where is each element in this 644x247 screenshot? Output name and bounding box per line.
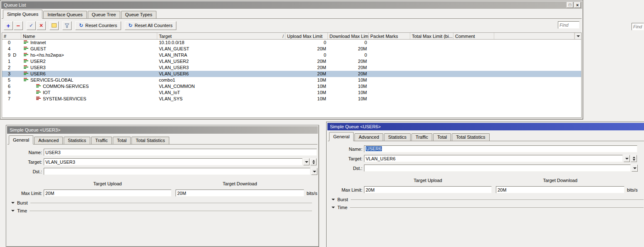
reset-counters-button[interactable]: ↻ Reset Counters <box>75 21 121 30</box>
section-arrow-icon <box>332 207 335 208</box>
column-select-button[interactable] <box>575 33 581 39</box>
max-limit-upload-field[interactable] <box>364 186 492 193</box>
simple-queue-icon <box>36 90 41 95</box>
table-row[interactable]: 4 GUEST VLAN_GUEST 20M 20M <box>2 46 581 52</box>
queue-list-titlebar[interactable]: Queue List □ × <box>1 1 582 9</box>
remove-button[interactable]: − <box>14 21 23 30</box>
tab-total[interactable]: Total <box>433 133 451 141</box>
column-header-download[interactable]: Download Max Limit <box>328 33 369 39</box>
chevron-down-icon <box>313 171 316 172</box>
dst-dropdown-button[interactable] <box>632 165 638 172</box>
tab-general[interactable]: General <box>329 132 354 141</box>
table-row[interactable]: 7 SYSTEM-SERVICES VLAN_SYS 10M 10M <box>2 96 581 102</box>
reset-all-counters-button[interactable]: ↻ Reset All Counters <box>125 21 176 30</box>
tab-total[interactable]: Total <box>113 137 131 144</box>
name-field[interactable] <box>44 149 317 156</box>
tab-general[interactable]: General <box>9 135 33 145</box>
tab-statistics[interactable]: Statistics <box>384 133 411 141</box>
section-divider <box>351 200 644 200</box>
time-section-toggle[interactable]: Time <box>11 208 312 213</box>
enable-icon: ✓ <box>29 23 33 28</box>
maximize-button[interactable]: □ <box>567 2 573 8</box>
max-limit-download-field[interactable] <box>176 190 304 197</box>
reset-counters-icon: ↻ <box>79 23 83 28</box>
target-field[interactable] <box>44 158 302 165</box>
dialog-tabbar: General Advanced Statistics Traffic Tota… <box>328 132 644 141</box>
column-header-comment[interactable]: Comment <box>453 33 494 39</box>
tab-advanced[interactable]: Advanced <box>34 137 63 144</box>
name-field[interactable]: USER6 <box>364 145 637 152</box>
max-limit-label: Max Limit: <box>327 187 362 192</box>
section-divider <box>30 211 312 212</box>
dst-field[interactable] <box>44 168 310 175</box>
units-label: bits/s <box>307 191 317 196</box>
dst-dropdown-button[interactable] <box>311 168 317 175</box>
sort-ascending-icon: / <box>282 34 284 39</box>
dialog-titlebar[interactable]: Simple Queue <USER3> <box>7 126 318 134</box>
column-header-packet-marks[interactable]: Packet Marks <box>369 33 410 39</box>
tab-simple-queues[interactable]: Simple Queues <box>3 10 42 19</box>
column-header-target[interactable]: Target/ <box>157 33 285 39</box>
tab-queue-types[interactable]: Queue Types <box>121 11 156 18</box>
target-field[interactable] <box>364 155 623 162</box>
tab-statistics[interactable]: Statistics <box>64 137 90 144</box>
column-header-total-max-limit[interactable]: Total Max Limit (bi... <box>410 33 453 39</box>
tab-queue-tree[interactable]: Queue Tree <box>88 11 120 18</box>
time-label: Time <box>17 208 27 213</box>
selected-text: USER6 <box>366 146 382 151</box>
reset-all-counters-icon: ↻ <box>129 23 133 28</box>
disable-icon: × <box>40 22 43 28</box>
add-button[interactable]: + <box>4 21 13 30</box>
column-header-number[interactable]: # <box>2 33 21 39</box>
column-header-name[interactable]: Name <box>21 33 157 39</box>
target-add-remove-button[interactable] <box>310 158 317 165</box>
queue-list-window: Queue List □ × Simple Queues Interface Q… <box>0 0 583 120</box>
section-arrow-icon <box>11 210 15 212</box>
simple-queue-icon <box>24 47 29 51</box>
burst-section-toggle[interactable]: Burst <box>332 197 644 202</box>
comment-icon <box>52 23 57 27</box>
time-section-toggle[interactable]: Time <box>332 205 644 210</box>
tab-total-statistics[interactable]: Total Statistics <box>131 137 169 144</box>
table-row[interactable]: 9D hs-<hs.hs2wpa> VLAN_INTRA 0 0 <box>2 52 581 58</box>
tab-traffic[interactable]: Traffic <box>91 137 112 144</box>
tab-traffic[interactable]: Traffic <box>411 133 432 141</box>
disabled-flag: D <box>13 52 16 57</box>
table-row-selected[interactable]: 3 USER6 VLAN_USER6 20M 20M <box>2 71 581 77</box>
background-find-input[interactable] <box>632 23 644 30</box>
tab-advanced[interactable]: Advanced <box>354 133 383 141</box>
close-icon: × <box>576 3 579 7</box>
units-label: bits/s <box>627 187 638 192</box>
chevron-down-icon <box>305 161 308 163</box>
max-limit-label: Max Limit: <box>6 191 42 196</box>
target-add-remove-button[interactable] <box>631 155 637 162</box>
max-limit-download-field[interactable] <box>496 186 624 193</box>
queue-table-header: # Name Target/ Upload Max Limit Download… <box>2 33 581 40</box>
reset-counters-label: Reset Counters <box>85 23 117 28</box>
disable-button[interactable]: × <box>37 21 46 30</box>
dialog-titlebar[interactable]: Simple Queue <USER6> <box>327 123 644 130</box>
table-row[interactable]: 2 USER3 VLAN_USER3 20M 20M <box>2 65 581 71</box>
max-limit-upload-field[interactable] <box>44 190 171 197</box>
table-row[interactable]: 0 Intranet 10.10.0.0/18 0 0 <box>2 40 581 46</box>
column-header-upload[interactable]: Upload Max Limit <box>285 33 328 39</box>
burst-section-toggle[interactable]: Burst <box>11 200 312 205</box>
enable-button[interactable]: ✓ <box>27 21 36 30</box>
tab-interface-queues[interactable]: Interface Queues <box>43 11 87 18</box>
tab-total-statistics[interactable]: Total Statistics <box>452 133 489 141</box>
close-button[interactable]: × <box>574 2 581 8</box>
table-row[interactable]: 6 COMMON-SERVICES VLAN_COMMON 10M 10M <box>2 83 581 90</box>
table-row[interactable]: 5 SERVICES-GLOBAL combo1 10M 10M <box>2 77 581 83</box>
chevron-down-icon <box>312 162 315 164</box>
simple-queue-user6-dialog: Simple Queue <USER6> General Advanced St… <box>326 122 644 247</box>
chevron-down-icon <box>633 159 635 161</box>
table-row[interactable]: 8 IOT VLAN_IoT 10M 10M <box>2 90 581 96</box>
table-row[interactable]: 1 USER2 VLAN_USER2 20M 20M <box>2 58 581 65</box>
find-input[interactable] <box>558 21 580 29</box>
target-dropdown-button[interactable] <box>303 158 310 165</box>
comment-button[interactable] <box>50 21 59 30</box>
maximize-icon: □ <box>569 3 571 7</box>
dst-field[interactable] <box>364 165 631 172</box>
filter-button[interactable] <box>62 21 72 30</box>
target-dropdown-button[interactable] <box>624 155 630 162</box>
